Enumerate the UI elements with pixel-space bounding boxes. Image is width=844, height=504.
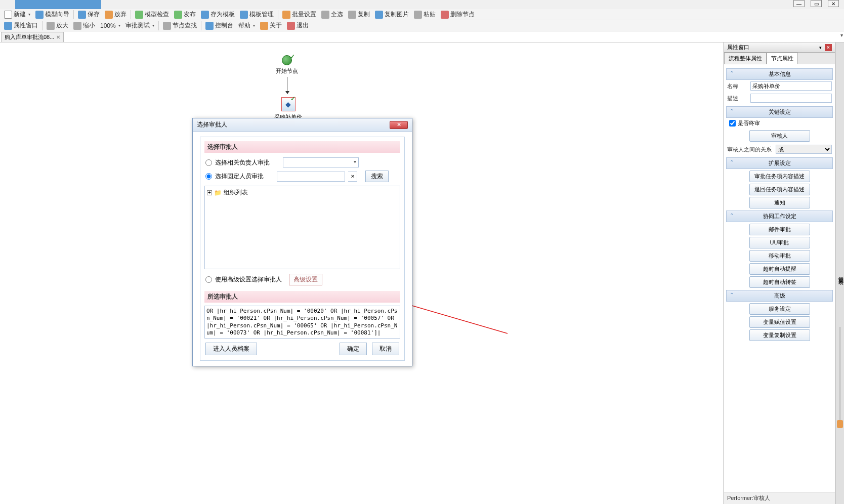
- tab-node-props[interactable]: 节点属性: [767, 53, 798, 64]
- final-approval-checkbox[interactable]: [729, 120, 736, 127]
- section-selected-approver: 所选审批人: [204, 291, 400, 303]
- copy-image-button[interactable]: 复制图片: [373, 9, 411, 20]
- paste-label: 粘贴: [424, 10, 436, 19]
- model-wizard-button[interactable]: 模型向导: [33, 9, 71, 20]
- approval-test-button[interactable]: 审批测试▾: [123, 20, 156, 31]
- maximize-button[interactable]: ▭: [811, 0, 822, 7]
- discard-button[interactable]: 放弃: [103, 9, 129, 20]
- approver-button[interactable]: 审核人: [749, 130, 810, 142]
- document-tab-label: 购入库单审批流08...: [5, 33, 54, 41]
- find-node-button[interactable]: 节点查找: [161, 20, 199, 31]
- vertical-slider[interactable]: [837, 327, 843, 428]
- dialog-title-bar[interactable]: 选择审批人 ✕: [193, 118, 412, 132]
- org-tree[interactable]: + 📁 组织列表: [204, 186, 400, 269]
- secondary-toolbar: 属性窗口 放大 缩小 100%▾ 审批测试▾ 节点查找 控制台 帮助▾ 关于 退…: [0, 20, 844, 31]
- slider-thumb[interactable]: [837, 420, 843, 428]
- description-input[interactable]: [750, 94, 832, 103]
- exit-button[interactable]: 退出: [285, 20, 311, 31]
- ok-button[interactable]: 确定: [340, 343, 367, 355]
- paste-button[interactable]: 粘贴: [412, 9, 438, 20]
- return-desc-button[interactable]: 退回任务项内容描述: [749, 184, 810, 195]
- new-button[interactable]: 新建▾: [2, 9, 32, 20]
- save-button[interactable]: 保存: [76, 9, 102, 20]
- task-desc-button[interactable]: 审批任务项内容描述: [749, 171, 810, 182]
- close-window-button[interactable]: ✕: [828, 0, 839, 7]
- collapse-icon: ⌃: [730, 108, 734, 114]
- var-assign-button[interactable]: 变量赋值设置: [749, 316, 810, 328]
- prop-win-label: 属性窗口: [14, 21, 38, 30]
- properties-window-button[interactable]: 属性窗口: [2, 20, 40, 31]
- find-node-label: 节点查找: [173, 21, 197, 30]
- minimize-button[interactable]: —: [793, 0, 805, 7]
- section-key-settings[interactable]: ⌃关键设定: [726, 106, 833, 118]
- help-button[interactable]: 帮助▾: [236, 20, 257, 31]
- copy-button[interactable]: 复制: [346, 9, 372, 20]
- section-collab-settings[interactable]: ⌃协同工作设定: [726, 211, 833, 222]
- tab-process-props[interactable]: 流程整体属性: [724, 53, 767, 64]
- about-button[interactable]: 关于: [258, 20, 284, 31]
- close-tab-icon[interactable]: ✕: [56, 34, 60, 40]
- panel-close-icon[interactable]: ✕: [825, 44, 832, 51]
- dialog-title-label: 选择审批人: [197, 120, 227, 129]
- mobile-approval-button[interactable]: 移动审批: [749, 250, 810, 262]
- check-icon: ✓: [290, 53, 295, 60]
- collapse-icon: ⌃: [730, 213, 734, 218]
- zoom-out-button[interactable]: 缩小: [71, 20, 97, 31]
- notify-button[interactable]: 通知: [749, 197, 810, 208]
- test-approve-label: 审批测试: [125, 21, 150, 30]
- radio-related-person[interactable]: [205, 159, 212, 166]
- panel-dropdown-icon[interactable]: ▾: [817, 44, 824, 51]
- save-template-button[interactable]: 存为模板: [199, 9, 237, 20]
- start-node[interactable]: ✓ 开始节点: [276, 55, 298, 92]
- batch-settings-button[interactable]: 批量设置: [280, 9, 318, 20]
- wizard-label: 模型向导: [45, 10, 69, 19]
- service-settings-button[interactable]: 服务设定: [749, 303, 810, 315]
- document-tab[interactable]: 购入库单审批流08... ✕: [1, 32, 64, 42]
- mail-approval-button[interactable]: 邮件审批: [749, 224, 810, 235]
- template-manager-button[interactable]: 模板管理: [238, 9, 276, 20]
- search-button[interactable]: 搜索: [365, 171, 389, 182]
- approver-relation-select[interactable]: 或: [776, 145, 832, 154]
- properties-panel-title: 属性窗口 ▾ ✕: [724, 43, 835, 53]
- tab-overflow-icon[interactable]: ▾: [840, 32, 843, 38]
- delete-node-button[interactable]: 删除节点: [439, 9, 477, 20]
- help-label: 帮助: [238, 21, 250, 30]
- save-template-label: 存为模板: [210, 10, 235, 19]
- select-all-button[interactable]: 全选: [319, 9, 345, 20]
- batch-label: 批量设置: [292, 10, 316, 19]
- start-node-label: 开始节点: [276, 67, 298, 75]
- task-node[interactable]: ◆ ✓ 采购补单价: [274, 97, 302, 121]
- timeout-remind-button[interactable]: 超时自动提醒: [749, 263, 810, 275]
- name-input[interactable]: [750, 81, 832, 91]
- fixed-person-search-input[interactable]: [277, 172, 345, 182]
- select-all-label: 全选: [331, 10, 343, 19]
- tree-expand-icon[interactable]: +: [207, 190, 212, 195]
- model-check-button[interactable]: 模型检查: [133, 9, 171, 20]
- uu-approval-button[interactable]: UU审批: [749, 237, 810, 248]
- zoom-pct-label: 100%: [100, 22, 116, 29]
- radio-fixed-person[interactable]: [205, 173, 212, 180]
- section-advanced[interactable]: ⌃高级: [726, 290, 833, 302]
- zoom-out-label: 缩小: [83, 21, 95, 30]
- section-extended-settings[interactable]: ⌃扩展设定: [726, 157, 833, 169]
- zoom-percent-dropdown[interactable]: 100%▾: [98, 21, 122, 30]
- zoom-in-button[interactable]: 放大: [45, 20, 70, 31]
- var-copy-button[interactable]: 变量复制设置: [749, 329, 810, 341]
- flow-arrow-icon: [287, 77, 287, 92]
- dialog-close-button[interactable]: ✕: [390, 121, 408, 129]
- timeout-forward-button[interactable]: 超时自动转签: [749, 276, 810, 288]
- radio-fixed-label: 选择固定人员审批: [215, 172, 264, 181]
- advanced-settings-button[interactable]: 高级设置: [289, 274, 322, 285]
- error-list-tab[interactable]: 错误列表: [835, 43, 844, 504]
- radio-advanced-settings[interactable]: [205, 276, 212, 283]
- cancel-button[interactable]: 取消: [372, 343, 399, 355]
- clear-search-icon[interactable]: ✕: [348, 172, 357, 182]
- enter-archive-button[interactable]: 进入人员档案: [205, 343, 257, 355]
- selected-approver-expression[interactable]: OR |hr_hi_Person.cPsn_Num| = '00020' OR …: [204, 306, 400, 339]
- console-button[interactable]: 控制台: [203, 20, 235, 31]
- related-person-combo[interactable]: [283, 157, 359, 167]
- about-label: 关于: [270, 21, 282, 30]
- tree-root-item[interactable]: + 📁 组织列表: [207, 188, 398, 197]
- publish-button[interactable]: 发布: [172, 9, 198, 20]
- section-basic-info[interactable]: ⌃基本信息: [726, 68, 833, 80]
